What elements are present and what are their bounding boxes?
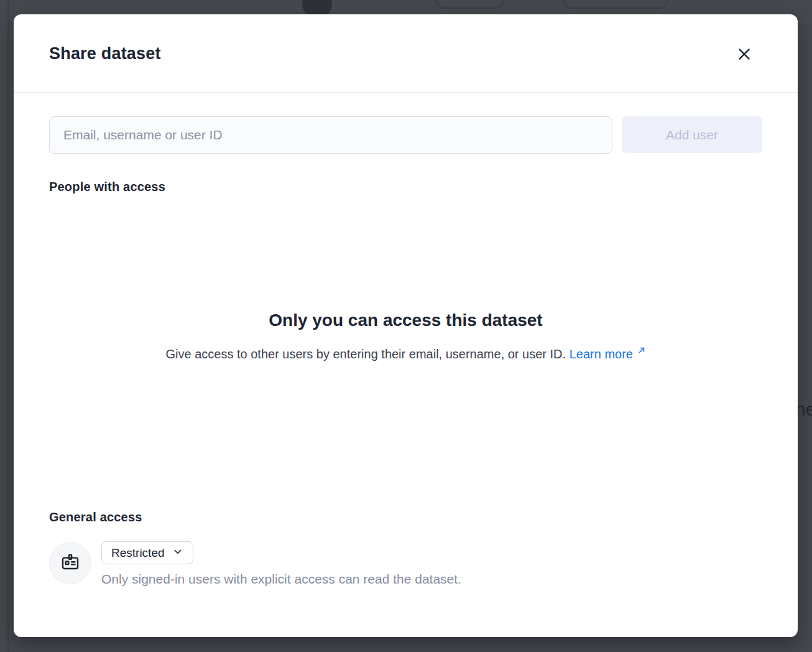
close-button[interactable] xyxy=(733,43,755,65)
badge-id-icon xyxy=(60,552,80,574)
modal-title: Share dataset xyxy=(49,44,161,63)
general-access-description: Only signed-in users with explicit acces… xyxy=(101,570,461,589)
general-access-heading: General access xyxy=(49,509,142,525)
modal-header: Share dataset xyxy=(14,14,798,93)
share-dataset-modal: Share dataset Add user People with acces… xyxy=(14,14,798,637)
backdrop-text-fragment: ne xyxy=(795,399,812,420)
learn-more-label: Learn more xyxy=(570,347,633,361)
backdrop-pill-shape xyxy=(563,0,668,9)
close-icon xyxy=(736,46,752,62)
empty-state-description-text: Give access to other users by entering t… xyxy=(165,347,566,361)
add-user-button[interactable]: Add user xyxy=(622,116,762,153)
backdrop-edge-divider xyxy=(7,0,9,652)
learn-more-link[interactable]: Learn more xyxy=(570,347,646,361)
backdrop-pill-shape xyxy=(435,0,505,9)
empty-state-description: Give access to other users by entering t… xyxy=(14,345,798,363)
share-user-input[interactable] xyxy=(49,116,612,154)
external-link-arrow-icon xyxy=(637,347,646,361)
people-with-access-heading: People with access xyxy=(49,179,165,195)
general-access-avatar xyxy=(49,542,91,584)
general-access-selected-option: Restricted xyxy=(111,546,165,560)
empty-state-title: Only you can access this dataset xyxy=(14,309,798,332)
general-access-dropdown[interactable]: Restricted xyxy=(101,541,193,564)
chevron-down-icon xyxy=(172,546,183,560)
